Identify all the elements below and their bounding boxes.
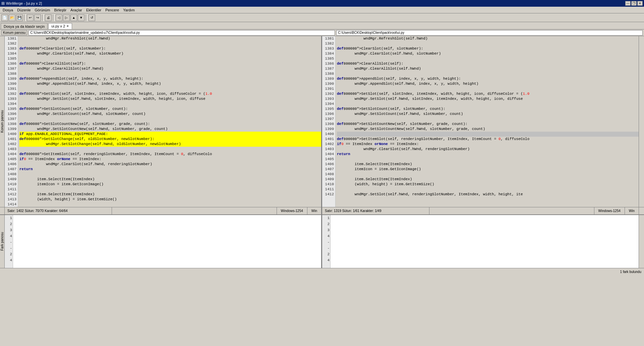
right-status-spacer — [429, 207, 594, 214]
toolbar-sep-1 — [24, 14, 25, 21]
diff-count-text: 1 fark bulundu — [620, 270, 641, 274]
left-code-pane: 1381138213831384138513861387138813891390… — [5, 36, 322, 207]
right-code-area: 1381138213831384138513861387138813891390… — [322, 36, 639, 207]
menu-eklentiler[interactable]: Eklentiler — [84, 7, 103, 13]
right-diff-code[interactable] — [331, 215, 639, 268]
tab-bar: Dosya ya da klasör seçin ui.py x 2 ✕ — [0, 22, 644, 29]
prev-diff-button[interactable]: ▲ — [70, 14, 77, 21]
menu-yardim[interactable]: Yardım — [121, 7, 137, 13]
konum-panosu-side[interactable]: Konum panosu — [0, 36, 5, 207]
location-bar: Konum panosu C:\Users\BCK\Desktop\kaptan… — [0, 29, 644, 36]
left-status-text: Satır: 1402 Sütun: 70/70 Karakter: 64/64 — [5, 207, 112, 214]
title-bar: ⊞ WinMerge - [ui.py x 2] — ❐ ✕ — [0, 0, 644, 7]
undo-button[interactable]: ↩ — [27, 14, 34, 21]
close-button[interactable]: ✕ — [637, 1, 643, 6]
menu-bar: Dosya Düzenle Görünüm Birleştir Araçlar … — [0, 7, 644, 13]
menu-dosya[interactable]: Dosya — [1, 7, 15, 13]
left-code-area: 1381138213831384138513861387138813891390… — [5, 36, 321, 207]
bottom-status-bar: 1 fark bulundu — [0, 268, 644, 275]
copy-right-button[interactable]: ▷ — [63, 14, 70, 21]
tab-file[interactable]: ui.py x 2 ✕ — [48, 23, 72, 29]
fark-panosu-side: Fark panosu — [0, 215, 5, 268]
diff-panel: Fark panosu 1234--24 1234--24 — [0, 214, 644, 268]
save-button[interactable]: 💾 — [16, 14, 23, 21]
right-path: C:\Users\BCK\Desktop\Client\pack\root\ui… — [336, 30, 643, 36]
toolbar-sep-2 — [42, 14, 44, 21]
right-status-text: Satır: 1319 Sütun: 1/61 Karakter: 1/49 — [322, 207, 429, 214]
redo-button[interactable]: ↪ — [34, 14, 41, 21]
right-diff-line-nums: 1234--24 — [322, 215, 331, 268]
tab-folder-label: Dosya ya da klasör seçin — [4, 24, 45, 28]
location-pane-label[interactable]: Konum panosu — [1, 30, 27, 35]
tab-folder[interactable]: Dosya ya da klasör seçin — [1, 23, 48, 29]
left-diff-pane: 1234--24 — [5, 215, 322, 268]
window-title: WinMerge - [ui.py x 2] — [6, 1, 42, 5]
menu-duzenle[interactable]: Düzenle — [15, 7, 33, 13]
restore-button[interactable]: ❐ — [631, 1, 637, 6]
right-win: Win — [625, 207, 639, 214]
left-code-content[interactable]: wndMgr.RefreshSlot(self.hWnd) def 800080… — [18, 36, 321, 207]
minimize-button[interactable]: — — [625, 1, 631, 6]
menu-pencere[interactable]: Pencere — [103, 7, 121, 13]
tab-file-label: ui.py x 2 — [51, 24, 65, 28]
menu-araclar[interactable]: Araçlar — [68, 7, 84, 13]
right-code-pane: 1381138213831384138513861387138813891390… — [322, 36, 639, 207]
toolbar: 📄 📂 💾 ↩ ↪ 🖨 ◁ ▷ ▲ ▼ ↺ — [0, 13, 644, 22]
right-scrollbar[interactable] — [639, 36, 644, 207]
toolbar-sep-4 — [86, 14, 87, 21]
title-bar-controls: — ❐ ✕ — [625, 1, 643, 6]
app-icon: ⊞ — [1, 1, 5, 6]
right-diff-pane: 1234--24 — [322, 215, 639, 268]
status-bar: Satır: 1402 Sütun: 70/70 Karakter: 64/64… — [0, 207, 644, 214]
next-diff-button[interactable]: ▼ — [78, 14, 84, 21]
left-diff-line-nums: 1234--24 — [5, 215, 13, 268]
right-line-numbers: 1381138213831384138513861387138813891390… — [322, 36, 336, 207]
left-path: C:\Users\BCK\Desktop\kaptan\mainline_upd… — [28, 30, 335, 36]
tab-close-icon[interactable]: ✕ — [66, 24, 69, 28]
right-code-content[interactable]: wndMgr.RefreshSlot(self.hWnd) def 800080… — [336, 36, 639, 207]
left-status-spacer — [112, 207, 277, 214]
right-encoding: Windows-1254 — [594, 207, 625, 214]
new-button[interactable]: 📄 — [1, 14, 8, 21]
print-button[interactable]: 🖨 — [45, 14, 52, 21]
open-button[interactable]: 📂 — [9, 14, 15, 21]
copy-left-button[interactable]: ◁ — [56, 14, 62, 21]
diff-right-scrollbar[interactable] — [639, 215, 644, 268]
konum-panosu-label: Konum panosu — [0, 110, 4, 133]
fark-panosu-label: Fark panosu — [0, 232, 4, 251]
title-bar-left: ⊞ WinMerge - [ui.py x 2] — [1, 1, 42, 6]
menu-birlestir[interactable]: Birleştir — [52, 7, 68, 13]
refresh-button[interactable]: ↺ — [89, 14, 95, 21]
left-win: Win — [307, 207, 322, 214]
menu-gorunum[interactable]: Görünüm — [33, 7, 52, 13]
status-right-margin — [639, 207, 644, 214]
left-line-numbers: 1381138213831384138513861387138813891390… — [5, 36, 18, 207]
status-left-margin — [0, 207, 5, 214]
left-diff-code[interactable] — [13, 215, 321, 268]
main-area: Konum panosu 138113821383138413851386138… — [0, 36, 644, 207]
left-encoding: Windows-1254 — [277, 207, 307, 214]
toolbar-sep-3 — [53, 14, 54, 21]
